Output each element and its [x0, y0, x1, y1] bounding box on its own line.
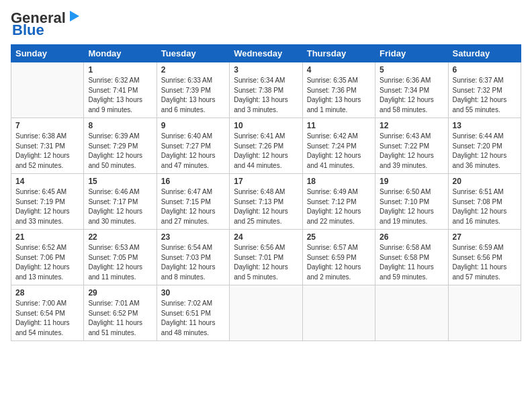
calendar-cell: 18Sunrise: 6:49 AM Sunset: 7:12 PM Dayli… — [302, 174, 375, 230]
calendar-week-row: 28Sunrise: 7:00 AM Sunset: 6:54 PM Dayli… — [11, 285, 521, 341]
day-info: Sunrise: 6:45 AM Sunset: 7:19 PM Dayligh… — [15, 187, 79, 226]
calendar-week-row: 1Sunrise: 6:32 AM Sunset: 7:41 PM Daylig… — [11, 62, 521, 118]
day-number: 18 — [307, 177, 371, 186]
header-wednesday: Wednesday — [230, 45, 302, 62]
calendar-cell: 24Sunrise: 6:56 AM Sunset: 7:01 PM Dayli… — [230, 230, 302, 285]
calendar-cell: 7Sunrise: 6:38 AM Sunset: 7:31 PM Daylig… — [11, 118, 84, 174]
calendar-cell: 25Sunrise: 6:57 AM Sunset: 6:59 PM Dayli… — [302, 230, 375, 285]
header-monday: Monday — [84, 45, 157, 62]
header-thursday: Thursday — [302, 45, 375, 62]
day-info: Sunrise: 6:37 AM Sunset: 7:32 PM Dayligh… — [453, 76, 517, 115]
day-number: 27 — [453, 232, 517, 242]
calendar-cell: 21Sunrise: 6:52 AM Sunset: 7:06 PM Dayli… — [11, 230, 84, 285]
day-number: 8 — [88, 121, 152, 130]
day-info: Sunrise: 6:36 AM Sunset: 7:34 PM Dayligh… — [380, 76, 443, 115]
day-info: Sunrise: 6:46 AM Sunset: 7:17 PM Dayligh… — [88, 187, 152, 226]
svg-marker-0 — [70, 11, 79, 21]
header-sunday: Sunday — [11, 45, 84, 62]
calendar-cell: 1Sunrise: 6:32 AM Sunset: 7:41 PM Daylig… — [84, 62, 157, 118]
day-number: 22 — [88, 232, 152, 242]
calendar-cell: 3Sunrise: 6:34 AM Sunset: 7:38 PM Daylig… — [230, 62, 302, 118]
day-number: 21 — [15, 232, 79, 242]
day-number: 10 — [234, 121, 298, 130]
day-info: Sunrise: 7:01 AM Sunset: 6:52 PM Dayligh… — [88, 299, 152, 338]
day-number: 19 — [380, 177, 443, 186]
day-info: Sunrise: 6:34 AM Sunset: 7:38 PM Dayligh… — [234, 76, 298, 115]
day-number: 17 — [234, 177, 298, 186]
calendar-cell: 22Sunrise: 6:53 AM Sunset: 7:05 PM Dayli… — [84, 230, 157, 285]
day-number: 15 — [88, 177, 152, 186]
day-number: 20 — [453, 177, 517, 186]
day-info: Sunrise: 6:51 AM Sunset: 7:08 PM Dayligh… — [453, 187, 517, 226]
calendar-cell — [11, 62, 84, 118]
day-number: 2 — [161, 65, 225, 75]
day-number: 3 — [234, 65, 298, 75]
day-info: Sunrise: 6:52 AM Sunset: 7:06 PM Dayligh… — [15, 243, 79, 282]
day-number: 14 — [15, 177, 79, 186]
calendar-header-row: SundayMondayTuesdayWednesdayThursdayFrid… — [11, 45, 521, 62]
calendar-week-row: 21Sunrise: 6:52 AM Sunset: 7:06 PM Dayli… — [11, 230, 521, 285]
day-info: Sunrise: 6:53 AM Sunset: 7:05 PM Dayligh… — [88, 243, 152, 282]
day-info: Sunrise: 6:50 AM Sunset: 7:10 PM Dayligh… — [380, 187, 443, 226]
day-number: 11 — [307, 121, 371, 130]
day-number: 26 — [380, 232, 443, 242]
day-info: Sunrise: 6:35 AM Sunset: 7:36 PM Dayligh… — [307, 76, 371, 115]
calendar-cell: 6Sunrise: 6:37 AM Sunset: 7:32 PM Daylig… — [448, 62, 521, 118]
day-info: Sunrise: 6:44 AM Sunset: 7:20 PM Dayligh… — [453, 132, 517, 171]
calendar-cell: 28Sunrise: 7:00 AM Sunset: 6:54 PM Dayli… — [11, 285, 84, 341]
calendar-cell: 9Sunrise: 6:40 AM Sunset: 7:27 PM Daylig… — [157, 118, 229, 174]
day-info: Sunrise: 6:54 AM Sunset: 7:03 PM Dayligh… — [161, 243, 225, 282]
calendar-cell — [302, 285, 375, 341]
logo-arrow-icon — [67, 9, 82, 24]
calendar-cell: 2Sunrise: 6:33 AM Sunset: 7:39 PM Daylig… — [157, 62, 229, 118]
calendar-cell: 11Sunrise: 6:42 AM Sunset: 7:24 PM Dayli… — [302, 118, 375, 174]
day-info: Sunrise: 6:42 AM Sunset: 7:24 PM Dayligh… — [307, 132, 371, 171]
calendar-cell: 12Sunrise: 6:43 AM Sunset: 7:22 PM Dayli… — [375, 118, 448, 174]
header-friday: Friday — [375, 45, 448, 62]
calendar-cell: 16Sunrise: 6:47 AM Sunset: 7:15 PM Dayli… — [157, 174, 229, 230]
calendar-cell: 23Sunrise: 6:54 AM Sunset: 7:03 PM Dayli… — [157, 230, 229, 285]
calendar-cell: 4Sunrise: 6:35 AM Sunset: 7:36 PM Daylig… — [302, 62, 375, 118]
day-number: 4 — [307, 65, 371, 75]
day-number: 24 — [234, 232, 298, 242]
day-info: Sunrise: 6:32 AM Sunset: 7:41 PM Dayligh… — [88, 76, 152, 115]
day-number: 9 — [161, 121, 225, 130]
header-saturday: Saturday — [448, 45, 521, 62]
day-info: Sunrise: 6:40 AM Sunset: 7:27 PM Dayligh… — [161, 132, 225, 171]
day-info: Sunrise: 6:33 AM Sunset: 7:39 PM Dayligh… — [161, 76, 225, 115]
calendar-cell: 17Sunrise: 6:48 AM Sunset: 7:13 PM Dayli… — [230, 174, 302, 230]
header-tuesday: Tuesday — [157, 45, 229, 62]
calendar-cell: 10Sunrise: 6:41 AM Sunset: 7:26 PM Dayli… — [230, 118, 302, 174]
day-info: Sunrise: 7:02 AM Sunset: 6:51 PM Dayligh… — [161, 299, 225, 338]
day-info: Sunrise: 6:43 AM Sunset: 7:22 PM Dayligh… — [380, 132, 443, 171]
calendar-cell: 20Sunrise: 6:51 AM Sunset: 7:08 PM Dayli… — [448, 174, 521, 230]
calendar-cell: 26Sunrise: 6:58 AM Sunset: 6:58 PM Dayli… — [375, 230, 448, 285]
header: General Blue — [11, 11, 521, 38]
day-number: 23 — [161, 232, 225, 242]
day-info: Sunrise: 6:48 AM Sunset: 7:13 PM Dayligh… — [234, 187, 298, 226]
day-info: Sunrise: 6:49 AM Sunset: 7:12 PM Dayligh… — [307, 187, 371, 226]
calendar-cell: 27Sunrise: 6:59 AM Sunset: 6:56 PM Dayli… — [448, 230, 521, 285]
calendar-cell — [448, 285, 521, 341]
day-info: Sunrise: 6:38 AM Sunset: 7:31 PM Dayligh… — [15, 132, 79, 171]
calendar-week-row: 7Sunrise: 6:38 AM Sunset: 7:31 PM Daylig… — [11, 118, 521, 174]
calendar-cell: 19Sunrise: 6:50 AM Sunset: 7:10 PM Dayli… — [375, 174, 448, 230]
calendar-cell: 14Sunrise: 6:45 AM Sunset: 7:19 PM Dayli… — [11, 174, 84, 230]
day-info: Sunrise: 6:58 AM Sunset: 6:58 PM Dayligh… — [380, 243, 443, 282]
day-number: 28 — [15, 288, 79, 298]
calendar: SundayMondayTuesdayWednesdayThursdayFrid… — [11, 44, 521, 341]
calendar-cell: 29Sunrise: 7:01 AM Sunset: 6:52 PM Dayli… — [84, 285, 157, 341]
calendar-cell: 13Sunrise: 6:44 AM Sunset: 7:20 PM Dayli… — [448, 118, 521, 174]
calendar-cell — [230, 285, 302, 341]
day-number: 30 — [161, 288, 225, 298]
day-info: Sunrise: 6:39 AM Sunset: 7:29 PM Dayligh… — [88, 132, 152, 171]
calendar-cell: 8Sunrise: 6:39 AM Sunset: 7:29 PM Daylig… — [84, 118, 157, 174]
day-number: 5 — [380, 65, 443, 75]
day-info: Sunrise: 6:47 AM Sunset: 7:15 PM Dayligh… — [161, 187, 225, 226]
day-info: Sunrise: 6:41 AM Sunset: 7:26 PM Dayligh… — [234, 132, 298, 171]
calendar-cell — [375, 285, 448, 341]
logo-blue: Blue — [12, 21, 44, 38]
calendar-week-row: 14Sunrise: 6:45 AM Sunset: 7:19 PM Dayli… — [11, 174, 521, 230]
day-number: 6 — [453, 65, 517, 75]
day-info: Sunrise: 6:59 AM Sunset: 6:56 PM Dayligh… — [453, 243, 517, 282]
